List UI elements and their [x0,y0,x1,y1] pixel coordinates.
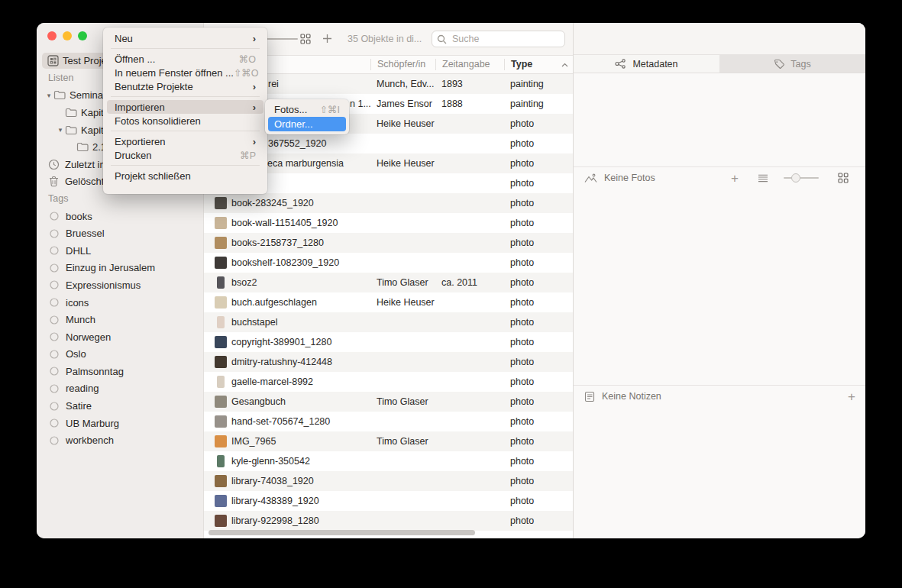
clock-icon [47,159,60,170]
sidebar-tag-einzug-in-jerusalem[interactable]: Einzug in Jerusalem [37,260,203,277]
menu-item-benutzte-projekte[interactable]: Benutzte Projekte› [107,79,263,93]
object-name: hand-set-705674_1280 [231,416,330,427]
grid-view-small-icon[interactable] [838,173,849,183]
table-row-buchstapel[interactable]: buchstapelphoto [204,312,573,332]
menu-item-in-neuem-fenster-ffnen[interactable]: In neuem Fenster öffnen ...⇧⌘O [107,66,263,79]
menu-item-ffnen[interactable]: Öffnen ...⌘O [107,52,263,66]
sidebar-tag-books[interactable]: books [37,208,203,225]
menu-item-projekt-schlie-en[interactable]: Projekt schließen [107,169,263,183]
creator-cell: Timo Glaser [370,277,435,288]
object-name: buchstapel [231,317,277,328]
sidebar-tag-munch[interactable]: Munch [37,311,203,328]
menu-item-neu[interactable]: Neu› [107,31,263,45]
add-object-button[interactable] [322,34,332,44]
search-input[interactable] [451,33,560,45]
sidebar-tag-ub-marburg[interactable]: UB Marburg [37,415,203,432]
table-row-dmitry-ratushny-412448[interactable]: dmitry-ratushny-412448photo [204,352,573,372]
table-row-library-74038-1920[interactable]: library-74038_1920photo [204,471,573,491]
sidebar-tag-label: Palmsonntag [66,366,124,377]
menu-item-exportieren[interactable]: Exportieren› [107,134,263,148]
sidebar-tag-icons[interactable]: icons [37,294,203,312]
slider-knob[interactable] [791,173,800,183]
name-cell: book-283245_1920 [204,197,370,209]
table-row-kyle-glenn-350542[interactable]: kyle-glenn-350542photo [204,451,573,471]
type-cell: photo [504,277,573,288]
table-row-library-438389-1920[interactable]: library-438389_1920photo [204,491,573,511]
creator-cell: Heike Heuser [370,158,435,169]
thumbnail [215,495,227,507]
sidebar-tag-label: UB Marburg [66,418,119,429]
grid-view-icon[interactable] [300,34,311,44]
horizontal-scrollbar[interactable] [209,530,475,535]
sidebar-tag-dhll[interactable]: DHLL [37,242,203,260]
thumbnail [215,415,227,428]
disclosure-triangle-icon[interactable]: ▾ [56,126,65,134]
tag-circle-icon [50,402,59,411]
tab-tags[interactable]: Tags [719,55,865,73]
object-name: 367552_1920 [268,138,326,149]
object-name: kyle-glenn-350542 [231,456,310,467]
menu-separator [111,165,260,166]
sidebar-tag-bruessel[interactable]: Bruessel [37,225,203,242]
tab-metadaten-label: Metadaten [632,59,677,69]
sidebar-tag-workbench[interactable]: workbench [37,431,203,449]
table-row-book-wall-1151405-1920[interactable]: book-wall-1151405_1920photo [204,213,573,233]
name-cell: hand-set-705674_1280 [204,415,370,428]
object-name: buch.aufgeschlagen [231,297,317,308]
table-row-buch-aufgeschlagen[interactable]: buch.aufgeschlagenHeike Heuserphoto [204,292,573,312]
sort-ascending-icon [561,63,568,67]
sidebar-tag-label: books [66,211,92,222]
table-row-bookshelf-1082309-1920[interactable]: bookshelf-1082309_1920photo [204,253,573,273]
add-photo-button[interactable]: + [731,172,739,185]
table-row-gesangbuch[interactable]: GesangbuchTimo Glaserphoto [204,392,573,412]
menu-item-drucken[interactable]: Drucken⌘P [107,148,263,162]
submenu-item-shortcut: ⇧⌘I [320,104,340,115]
sidebar-tag-palmsonntag[interactable]: Palmsonntag [37,363,203,380]
column-header-type[interactable]: Type [504,59,573,70]
table-row-book-283245-1920[interactable]: book-283245_1920photo [204,193,573,213]
sidebar-tag-reading[interactable]: reading [37,380,203,398]
sidebar-tag-satire[interactable]: Satire [37,397,203,415]
column-header-creator[interactable]: Schöpfer/in [370,59,435,70]
thumbnail [215,435,227,447]
disclosure-triangle-icon[interactable]: ▾ [44,92,53,99]
add-note-button[interactable]: + [848,390,855,403]
menu-item-label: Projekt schließen [115,170,256,182]
type-cell: photo [504,416,573,427]
table-row-gaelle-marcel-8992[interactable]: gaelle-marcel-8992photo [204,372,573,392]
name-cell: library-74038_1920 [204,475,370,487]
table-row-copyright-389901-1280[interactable]: copyright-389901_1280photo [204,332,573,352]
table-row-library-922998-1280[interactable]: library-922998_1280photo [204,511,573,531]
notes-section-controls: + [848,390,865,403]
zoom-button[interactable] [78,31,87,40]
tab-metadaten[interactable]: Metadaten [574,55,719,73]
search-field[interactable] [432,31,565,47]
name-cell: buchstapel [204,316,370,328]
folder-icon [65,125,77,135]
window-controls [47,31,87,40]
submenu-item-ordner[interactable]: Ordner... [268,117,346,131]
table-row-hand-set-705674-1280[interactable]: hand-set-705674_1280photo [204,412,573,431]
table-row-bsoz2[interactable]: bsoz2Timo Glaserca. 2011photo [204,273,573,292]
submenu-item-fotos[interactable]: Fotos...⇧⌘I [268,102,346,117]
close-button[interactable] [47,31,57,40]
sidebar-item-label: Gelöscht [65,176,104,187]
minimize-button[interactable] [63,31,72,40]
object-name: library-74038_1920 [231,476,314,486]
creator-cell: Timo Glaser [370,396,435,407]
type-cell: photo [504,396,573,407]
type-cell: painting [504,99,573,109]
name-cell: copyright-389901_1280 [204,336,370,348]
table-row-img-7965[interactable]: IMG_7965Timo Glaserphoto [204,431,573,451]
menu-item-importieren[interactable]: Importieren› [107,100,263,114]
table-row-books-2158737-1280[interactable]: books-2158737_1280photo [204,233,573,253]
menu-item-fotos-konsolidieren[interactable]: Fotos konsolidieren [107,114,263,128]
name-cell: books-2158737_1280 [204,237,370,249]
column-header-date[interactable]: Zeitangabe [435,59,504,70]
list-view-icon[interactable] [758,174,768,183]
sidebar-tag-expressionismus[interactable]: Expressionismus [37,276,203,294]
sidebar-tag-oslo[interactable]: Oslo [37,346,203,363]
sidebar-tag-norwegen[interactable]: Norwegen [37,328,203,346]
thumbnail-size-slider[interactable] [784,177,819,179]
type-cell: photo [504,237,573,248]
